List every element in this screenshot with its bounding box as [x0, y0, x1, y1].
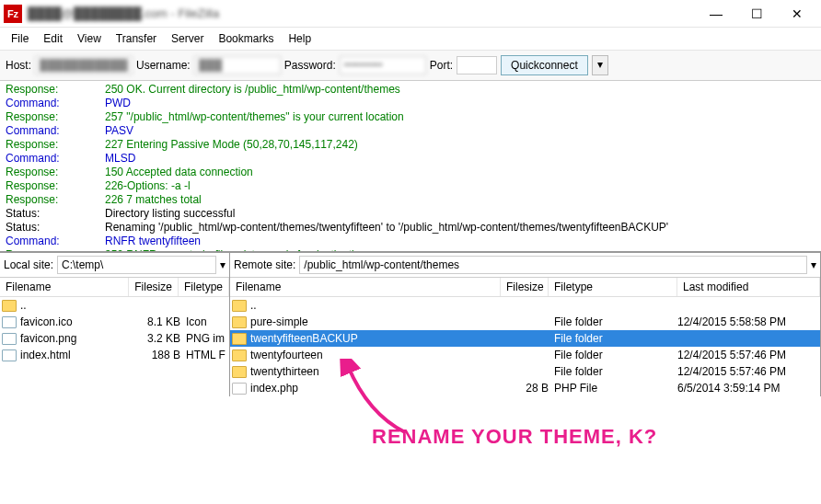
app-icon: Fz [4, 5, 22, 23]
host-label: Host: [6, 59, 31, 72]
menu-server[interactable]: Server [164, 29, 211, 48]
log-entry: Command:RNFR twentyfifteen [6, 235, 815, 248]
remote-col-filename[interactable]: Filename [230, 278, 501, 296]
port-label: Port: [430, 59, 453, 72]
remote-col-filesize[interactable]: Filesize [501, 278, 549, 296]
log-entry: Command:MLSD [6, 152, 815, 166]
list-item[interactable]: pure-simpleFile folder12/4/2015 5:58:58 … [230, 314, 820, 330]
maximize-button[interactable]: ☐ [736, 1, 777, 27]
log-entry: Status:Directory listing successful [6, 207, 815, 221]
local-site-bar: Local site: ▾ [0, 253, 229, 278]
password-input[interactable] [340, 56, 426, 74]
list-item[interactable]: .. [230, 297, 820, 314]
menu-bookmarks[interactable]: Bookmarks [211, 29, 281, 48]
title-bar: Fz ████@████████.com - FileZilla — ☐ ✕ [0, 0, 821, 28]
log-entry: Response:257 "/public_html/wp-content/th… [6, 110, 815, 124]
list-item[interactable]: index.html188 BHTML F [0, 347, 229, 363]
list-item[interactable]: favicon.png3.2 KBPNG im [0, 330, 229, 347]
window-controls: — ☐ ✕ [696, 1, 817, 27]
dropdown-icon[interactable]: ▾ [220, 258, 225, 271]
local-col-filename[interactable]: Filename [0, 278, 129, 296]
quickconnect-button[interactable]: Quickconnect [501, 55, 588, 75]
local-path-input[interactable] [57, 256, 216, 274]
file-icon [2, 316, 17, 328]
local-site-label: Local site: [4, 258, 53, 271]
remote-site-bar: Remote site: ▾ [230, 253, 820, 278]
folder-icon [232, 349, 247, 361]
log-entry: Command:PWD [6, 97, 815, 110]
menu-help[interactable]: Help [281, 29, 318, 48]
file-panes: Local site: ▾ Filename Filesize Filetype… [0, 252, 821, 396]
menu-edit[interactable]: Edit [36, 29, 70, 48]
remote-path-input[interactable] [299, 256, 807, 274]
remote-col-lastmodified[interactable]: Last modified [677, 278, 820, 296]
file-icon [2, 333, 17, 345]
quickconnect-dropdown[interactable]: ▾ [592, 55, 608, 75]
folder-icon [232, 316, 247, 328]
log-entry: Response:226-Options: -a -l [6, 179, 815, 193]
local-col-filesize[interactable]: Filesize [129, 278, 179, 296]
close-button[interactable]: ✕ [777, 1, 817, 27]
minimize-button[interactable]: — [696, 1, 736, 27]
username-label: Username: [136, 59, 191, 72]
menu-transfer[interactable]: Transfer [109, 29, 164, 48]
file-icon [2, 349, 17, 361]
local-headers: Filename Filesize Filetype [0, 278, 229, 297]
log-entry: Response:150 Accepted data connection [6, 166, 815, 179]
dropdown-icon[interactable]: ▾ [811, 258, 816, 271]
log-entry: Response:226 7 matches total [6, 193, 815, 207]
menu-bar: File Edit View Transfer Server Bookmarks… [0, 28, 821, 51]
log-entry: Command:PASV [6, 124, 815, 138]
local-file-list[interactable]: ..favicon.ico8.1 KBIconfavicon.png3.2 KB… [0, 297, 229, 363]
folder-icon [2, 300, 17, 312]
list-item[interactable]: twentyfifteenBACKUPFile folder [230, 330, 820, 347]
list-item[interactable]: .. [0, 297, 229, 314]
password-label: Password: [284, 59, 336, 72]
local-col-filetype[interactable]: Filetype [179, 278, 229, 296]
log-entry: Response:250 OK. Current directory is /p… [6, 83, 815, 97]
list-item[interactable]: favicon.ico8.1 KBIcon [0, 314, 229, 330]
username-input[interactable] [194, 56, 281, 74]
remote-headers: Filename Filesize Filetype Last modified [230, 278, 820, 297]
list-item[interactable]: twentythirteenFile folder12/4/2015 5:57:… [230, 363, 820, 380]
list-item[interactable]: twentyfourteenFile folder12/4/2015 5:57:… [230, 347, 820, 363]
folder-icon [232, 300, 247, 312]
folder-icon [232, 366, 247, 378]
remote-col-filetype[interactable]: Filetype [549, 278, 677, 296]
menu-view[interactable]: View [70, 29, 109, 48]
remote-file-list[interactable]: ..pure-simpleFile folder12/4/2015 5:58:5… [230, 297, 820, 396]
folder-icon [232, 333, 247, 345]
message-log[interactable]: Response:250 OK. Current directory is /p… [0, 81, 821, 252]
file-icon [232, 383, 247, 395]
remote-pane: Remote site: ▾ Filename Filesize Filetyp… [230, 253, 821, 396]
remote-site-label: Remote site: [234, 258, 295, 271]
local-pane: Local site: ▾ Filename Filesize Filetype… [0, 253, 230, 396]
menu-file[interactable]: File [4, 29, 36, 48]
log-entry: Response:227 Entering Passive Mode (50,2… [6, 138, 815, 152]
port-input[interactable] [457, 56, 497, 74]
log-entry: Status:Renaming '/public_html/wp-content… [6, 221, 815, 235]
quickconnect-bar: Host: Username: Password: Port: Quickcon… [0, 51, 821, 81]
host-input[interactable] [35, 56, 133, 74]
window-title: ████@████████.com - FileZilla [28, 6, 696, 20]
annotation-text: RENAME YOUR THEME, K? [372, 425, 657, 449]
list-item[interactable]: index.php28 BPHP File6/5/2014 3:59:14 PM [230, 380, 820, 396]
